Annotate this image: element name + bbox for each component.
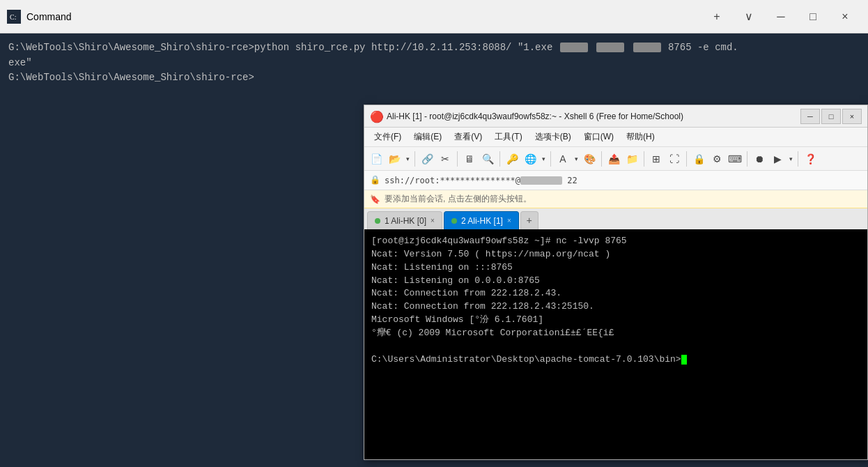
term-line-8: °癴€ (c) 2009 Microsoft Corporationi£±£´Е… bbox=[371, 327, 860, 340]
toolbar-group-3: 🖥 🔍 bbox=[460, 150, 497, 168]
tab-close-2[interactable]: × bbox=[507, 217, 511, 224]
xshell-titlebar: 🔴 Ali-HK [1] - root@izj6cdk4qu3wauf9owfs… bbox=[364, 105, 867, 128]
cmd-minimize-button[interactable]: ─ bbox=[765, 0, 797, 33]
term-line-9 bbox=[371, 340, 860, 353]
cmd-maximize-button[interactable]: □ bbox=[797, 0, 829, 33]
toolbar-sep-4 bbox=[550, 151, 551, 167]
toolbar-globe-button[interactable]: 🌐 bbox=[521, 150, 539, 168]
toolbar-font-button[interactable]: A bbox=[554, 150, 572, 168]
toolbar-group-5: A ▾ 🎨 bbox=[554, 150, 598, 168]
term-line-3: Ncat: Listening on :::8765 bbox=[371, 261, 860, 275]
toolbar-sep-6 bbox=[644, 151, 644, 167]
toolbar-fullscreen-button[interactable]: ⛶ bbox=[665, 150, 683, 168]
xshell-notification: 🔖 要添加当前会话, 点击左侧的箭头按钮。 bbox=[364, 190, 867, 208]
term-line-7: Microsoft Windows [°汾 6.1.7601] bbox=[371, 314, 860, 327]
xshell-address: ssh://root:***************@ 22 bbox=[385, 176, 578, 185]
menu-file[interactable]: 文件(F) bbox=[369, 130, 407, 144]
cmd-title: Command bbox=[26, 11, 701, 22]
xshell-notify-text: 要添加当前会话, 点击左侧的箭头按钮。 bbox=[385, 193, 532, 205]
term-line-6: Ncat: Connection from 222.128.2.43:25150… bbox=[371, 300, 860, 314]
toolbar-lock-button[interactable]: 🔒 bbox=[690, 150, 708, 168]
menu-window[interactable]: 窗口(W) bbox=[578, 130, 619, 144]
svg-text:C:: C: bbox=[10, 13, 16, 21]
term-line-1: [root@izj6cdk4qu3wauf9owfs58z ~]# nc -lv… bbox=[371, 235, 860, 248]
toolbar-settings-button[interactable]: ⚙ bbox=[708, 150, 726, 168]
toolbar-color-button[interactable]: 🎨 bbox=[580, 150, 598, 168]
bookmark-icon: 🔖 bbox=[370, 194, 380, 204]
xshell-title: Ali-HK [1] - root@izj6cdk4qu3wauf9owfs58… bbox=[387, 112, 800, 121]
xshell-window-controls: ─ □ × bbox=[800, 109, 862, 124]
toolbar-group-4: 🔑 🌐 ▾ bbox=[503, 150, 548, 168]
toolbar-font-dropdown[interactable]: ▾ bbox=[572, 150, 580, 168]
xshell-close-button[interactable]: × bbox=[842, 109, 862, 124]
censored-2 bbox=[596, 43, 624, 52]
xshell-tabs: 1 Ali-HK [0] × 2 Ali-HK [1] × + bbox=[364, 208, 867, 229]
menu-tools[interactable]: 工具(T) bbox=[489, 130, 527, 144]
toolbar-sftp-button[interactable]: 📁 bbox=[623, 150, 641, 168]
cmd-new-tab-button[interactable]: + bbox=[701, 0, 733, 33]
cmd-window-controls: + ∨ ─ □ × bbox=[701, 0, 861, 33]
terminal-cursor bbox=[681, 355, 687, 365]
toolbar-sep-5 bbox=[601, 151, 602, 167]
toolbar-right-panel-dropdown[interactable]: ▾ bbox=[786, 150, 795, 168]
tab-status-dot-1 bbox=[375, 218, 380, 224]
toolbar-help-button[interactable]: ❓ bbox=[801, 150, 819, 168]
toolbar-open-button[interactable]: 📂 bbox=[385, 150, 403, 168]
toolbar-sep-3 bbox=[499, 151, 500, 167]
term-line-2: Ncat: Version 7.50 ( https://nmap.org/nc… bbox=[371, 248, 860, 261]
term-line-5: Ncat: Connection from 222.128.2.43. bbox=[371, 287, 860, 300]
term-line-4: Ncat: Listening on 0.0.0.0:8765 bbox=[371, 275, 860, 288]
xshell-menubar: 文件(F) 编辑(E) 查看(V) 工具(T) 选项卡(B) 窗口(W) 帮助(… bbox=[364, 128, 867, 147]
cmd-icon: C: bbox=[7, 10, 21, 24]
toolbar-sep-2 bbox=[457, 151, 458, 167]
tab-status-dot-2 bbox=[451, 218, 457, 224]
cmd-dropdown-button[interactable]: ∨ bbox=[733, 0, 765, 33]
toolbar-group-2: 🔗 ✂ bbox=[418, 150, 454, 168]
toolbar-layout-button[interactable]: ⊞ bbox=[647, 150, 665, 168]
toolbar-sep-8 bbox=[747, 151, 747, 167]
cmd-line-3: G:\WebTools\Shiro\Awesome_Shiro\shiro-rc… bbox=[8, 70, 860, 86]
xshell-tab-1[interactable]: 1 Ali-HK [0] × bbox=[367, 211, 442, 229]
menu-tabs[interactable]: 选项卡(B) bbox=[529, 130, 577, 144]
toolbar-disconnect-button[interactable]: ✂ bbox=[436, 150, 454, 168]
tab-label-2: 2 Ali-HK [1] bbox=[461, 216, 503, 226]
menu-help[interactable]: 帮助(H) bbox=[621, 130, 660, 144]
xshell-toolbar: 📄 📂 ▾ 🔗 ✂ 🖥 🔍 🔑 🌐 ▾ A ▾ 🎨 📤 📁 bbox=[364, 147, 867, 171]
xshell-window: 🔴 Ali-HK [1] - root@izj6cdk4qu3wauf9owfs… bbox=[364, 105, 868, 460]
toolbar-group-7: ⊞ ⛶ bbox=[647, 150, 683, 168]
xshell-icon: 🔴 bbox=[370, 110, 382, 123]
toolbar-connect-button[interactable]: 🔗 bbox=[418, 150, 436, 168]
tab-close-1[interactable]: × bbox=[431, 217, 435, 224]
toolbar-globe-dropdown[interactable]: ▾ bbox=[539, 150, 548, 168]
xshell-terminal[interactable]: [root@izj6cdk4qu3wauf9owfs58z ~]# nc -lv… bbox=[364, 229, 867, 459]
toolbar-sep-7 bbox=[686, 151, 687, 167]
cmd-line-1: G:\WebTools\Shiro\Awesome_Shiro\shiro-rc… bbox=[8, 40, 860, 56]
toolbar-group-1: 📄 📂 ▾ bbox=[367, 150, 412, 168]
cmd-close-button[interactable]: × bbox=[829, 0, 861, 33]
tab-label-1: 1 Ali-HK [0] bbox=[385, 216, 426, 226]
xshell-maximize-button[interactable]: □ bbox=[821, 109, 841, 124]
cmd-line-1b: exe" bbox=[8, 56, 860, 71]
toolbar-key-button[interactable]: 🔑 bbox=[503, 150, 521, 168]
menu-edit[interactable]: 编辑(E) bbox=[408, 130, 447, 144]
toolbar-sessions-button[interactable]: 🖥 bbox=[460, 150, 479, 168]
cmd-titlebar: C: Command + ∨ ─ □ × bbox=[0, 0, 868, 33]
toolbar-group-9: ⏺ ▶ ▾ bbox=[750, 150, 795, 168]
toolbar-search-button[interactable]: 🔍 bbox=[479, 150, 497, 168]
toolbar-group-6: 📤 📁 bbox=[605, 150, 641, 168]
xshell-minimize-button[interactable]: ─ bbox=[800, 109, 820, 124]
menu-view[interactable]: 查看(V) bbox=[449, 130, 488, 144]
toolbar-open-dropdown[interactable]: ▾ bbox=[403, 150, 412, 168]
toolbar-keyboard-button[interactable]: ⌨ bbox=[726, 150, 744, 168]
censored-1 bbox=[560, 43, 588, 52]
lock-icon: 🔒 bbox=[370, 175, 380, 185]
toolbar-sep-9 bbox=[798, 151, 798, 167]
toolbar-new-button[interactable]: 📄 bbox=[367, 150, 385, 168]
toolbar-right-panel-button[interactable]: ▶ bbox=[768, 150, 786, 168]
toolbar-transfer-button[interactable]: 📤 bbox=[605, 150, 623, 168]
tab-add-button[interactable]: + bbox=[520, 211, 538, 229]
xshell-tab-2[interactable]: 2 Ali-HK [1] × bbox=[444, 211, 519, 229]
toolbar-record-button[interactable]: ⏺ bbox=[750, 150, 768, 168]
toolbar-sep-1 bbox=[414, 151, 415, 167]
term-line-10: C:\Users\Administrator\Desktop\apache-to… bbox=[371, 353, 860, 367]
